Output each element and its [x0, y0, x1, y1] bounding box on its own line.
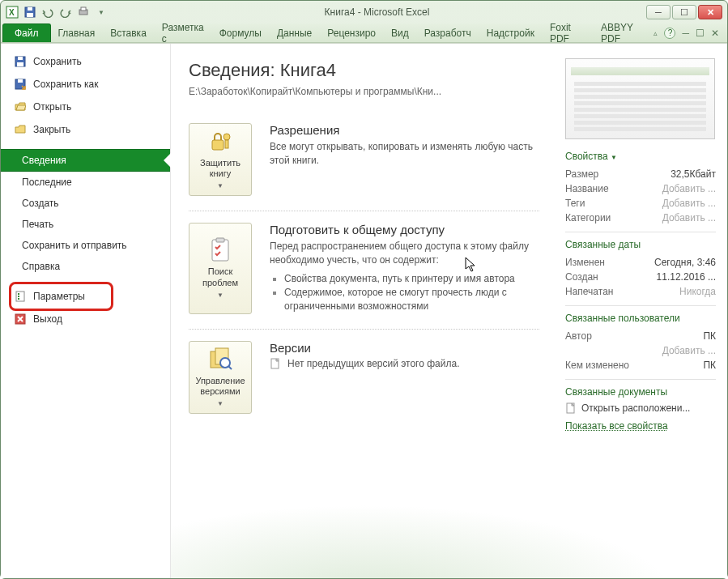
- properties-header[interactable]: Свойства ▼: [565, 151, 716, 162]
- sidebar-label: Печать: [22, 219, 53, 230]
- section-desc: Перед распространением общего доступа к …: [270, 240, 539, 267]
- section-body: Версии Нет предыдущих версий этого файла…: [270, 341, 539, 414]
- tab-addins[interactable]: Надстройк: [479, 23, 543, 42]
- sidebar-saveas[interactable]: Сохранить как: [1, 73, 170, 96]
- sidebar-help[interactable]: Справка: [1, 256, 170, 277]
- version-line: Нет предыдущих версий этого файла.: [270, 358, 539, 369]
- document-icon: [270, 358, 281, 369]
- window-title: Книга4 - Microsoft Excel: [108, 6, 646, 18]
- sidebar-label: Сохранить как: [33, 79, 98, 90]
- backstage-view: Сохранить Сохранить как Открыть Закрыть …: [1, 43, 727, 578]
- ribbon-help-area: ▵ ? ─ ☐ ✕: [653, 23, 727, 42]
- chevron-down-icon: ▼: [611, 154, 617, 161]
- redo-icon[interactable]: [59, 6, 72, 19]
- file-path: E:\Заработок\Копирайт\Компьютеры и прогр…: [189, 86, 539, 97]
- show-all-properties-link[interactable]: Показать все свойства: [565, 420, 668, 432]
- backstage-content: Сведения: Книга4 E:\Заработок\Копирайт\К…: [171, 44, 727, 578]
- sidebar-label: Сохранить: [33, 56, 82, 67]
- minimize-button[interactable]: ─: [646, 5, 671, 19]
- sidebar-label: Открыть: [33, 101, 71, 113]
- svg-rect-19: [225, 140, 228, 148]
- prop-author-add[interactable]: Добавить ...: [565, 343, 716, 358]
- tab-developer[interactable]: Разработч: [417, 23, 479, 42]
- manage-versions-button[interactable]: Управление версиями ▼: [189, 341, 252, 414]
- prop-categories[interactable]: КатегорииДобавить ...: [565, 211, 716, 225]
- tab-file[interactable]: Файл: [2, 23, 51, 42]
- sidebar-label: Справка: [22, 261, 60, 272]
- window-min-icon[interactable]: ─: [682, 28, 689, 39]
- ribbon-tabs: Файл Главная Вставка Разметка с Формулы …: [1, 23, 727, 43]
- sidebar-save[interactable]: Сохранить: [1, 50, 170, 73]
- sidebar-exit[interactable]: Выход: [1, 308, 170, 330]
- sidebar-recent[interactable]: Последние: [1, 172, 170, 193]
- tab-review[interactable]: Рецензиро: [320, 23, 384, 42]
- prop-modified: ИзмененСегодня, 3:46: [565, 255, 716, 270]
- section-title: Разрешения: [270, 123, 539, 137]
- document-thumbnail[interactable]: [565, 58, 715, 139]
- chevron-down-icon: ▼: [217, 292, 224, 300]
- sidebar-send[interactable]: Сохранить и отправить: [1, 235, 170, 256]
- document-icon: [565, 402, 577, 414]
- tab-abbyy[interactable]: ABBYY PDF: [594, 23, 654, 42]
- svg-point-18: [224, 134, 230, 140]
- close-folder-icon: [14, 123, 27, 136]
- window-close-icon[interactable]: ✕: [711, 28, 719, 39]
- checklist-icon: [207, 237, 233, 263]
- sidebar-print[interactable]: Печать: [1, 214, 170, 235]
- open-location-link[interactable]: Открыть расположени...: [565, 402, 716, 414]
- sidebar-info[interactable]: Сведения: [1, 149, 170, 172]
- tab-insert[interactable]: Вставка: [103, 23, 155, 42]
- tab-foxit[interactable]: Foxit PDF: [543, 23, 594, 42]
- quick-access-toolbar: X ▼: [6, 6, 108, 19]
- docs-header: Связанные документы: [565, 386, 716, 398]
- tab-data[interactable]: Данные: [270, 23, 320, 42]
- sidebar-open[interactable]: Открыть: [1, 96, 170, 118]
- button-label: Поиск проблем: [191, 266, 249, 287]
- ribbon-minimize-icon[interactable]: ▵: [653, 29, 658, 37]
- tab-home[interactable]: Главная: [51, 23, 104, 42]
- svg-rect-21: [216, 238, 224, 242]
- prop-tags[interactable]: ТегиДобавить ...: [565, 196, 716, 211]
- list-item: Содержимое, которое не смогут прочесть л…: [284, 286, 539, 314]
- tab-formulas[interactable]: Формулы: [212, 23, 270, 42]
- excel-icon: X: [6, 6, 19, 19]
- section-title: Версии: [270, 341, 539, 355]
- sidebar-label: Сведения: [22, 155, 66, 166]
- svg-rect-14: [18, 296, 19, 297]
- versions-icon: [207, 347, 233, 373]
- tab-pagelayout[interactable]: Разметка с: [155, 23, 212, 42]
- svg-rect-8: [18, 57, 23, 60]
- svg-rect-4: [27, 13, 33, 17]
- button-label: Управление версиями: [191, 376, 249, 397]
- qat-dropdown-icon[interactable]: ▼: [95, 6, 108, 19]
- sidebar-options[interactable]: Параметры: [1, 285, 170, 308]
- options-icon: [14, 290, 27, 303]
- undo-icon[interactable]: [41, 6, 54, 19]
- issues-list: Свойства документа, путь к принтеру и им…: [284, 272, 539, 314]
- dates-header: Связанные даты: [565, 239, 716, 250]
- prop-title[interactable]: НазваниеДобавить ...: [565, 181, 716, 196]
- info-main: Сведения: Книга4 E:\Заработок\Копирайт\К…: [171, 44, 557, 578]
- save-icon[interactable]: [23, 6, 36, 19]
- window-restore-icon[interactable]: ☐: [696, 28, 705, 39]
- check-issues-button[interactable]: Поиск проблем ▼: [189, 223, 252, 314]
- window-controls: ─ ☐ ✕: [646, 5, 722, 19]
- users-header: Связанные пользователи: [565, 313, 716, 324]
- sidebar-label: Закрыть: [33, 124, 70, 135]
- prop-author: АвторПК: [565, 329, 716, 343]
- sidebar-new[interactable]: Создать: [1, 193, 170, 214]
- print-preview-icon[interactable]: [77, 6, 90, 19]
- close-button[interactable]: ✕: [698, 5, 722, 19]
- svg-text:X: X: [9, 8, 15, 17]
- sidebar-close[interactable]: Закрыть: [1, 118, 170, 141]
- button-label: Защитить книгу: [191, 158, 249, 179]
- maximize-button[interactable]: ☐: [672, 5, 696, 19]
- app-window: X ▼ Книга4 - Microsoft Excel ─ ☐ ✕ Файл …: [0, 0, 728, 579]
- tab-view[interactable]: Вид: [384, 23, 417, 42]
- protect-workbook-button[interactable]: Защитить книгу ▼: [189, 123, 252, 196]
- backstage-sidebar: Сохранить Сохранить как Открыть Закрыть …: [1, 44, 171, 578]
- titlebar: X ▼ Книга4 - Microsoft Excel ─ ☐ ✕: [1, 1, 727, 23]
- section-permissions: Защитить книгу ▼ Разрешения Все могут от…: [189, 112, 539, 211]
- prop-lastmodby: Кем измененоПК: [565, 358, 716, 373]
- help-icon[interactable]: ?: [664, 28, 675, 39]
